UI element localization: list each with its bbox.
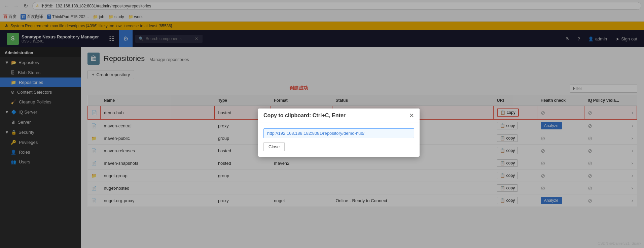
copy-dialog: Copy to clipboard: Ctrl+C, Enter ✕ 仓库地址拷… <box>258 108 420 157</box>
dialog-url-input[interactable] <box>263 128 414 138</box>
dialog-body: 仓库地址拷贝了下面用 Close <box>258 123 420 157</box>
close-button-label: Close <box>269 144 280 149</box>
dialog-header: Copy to clipboard: Ctrl+C, Enter ✕ <box>258 108 420 123</box>
watermark: CSDN @Daniel521_Spark <box>598 241 641 245</box>
dialog-close-button[interactable]: Close <box>263 142 285 151</box>
dialog-close-x-button[interactable]: ✕ <box>409 113 414 119</box>
dialog-overlay: Copy to clipboard: Ctrl+C, Enter ✕ 仓库地址拷… <box>0 0 644 248</box>
dialog-title: Copy to clipboard: Ctrl+C, Enter <box>263 113 346 119</box>
